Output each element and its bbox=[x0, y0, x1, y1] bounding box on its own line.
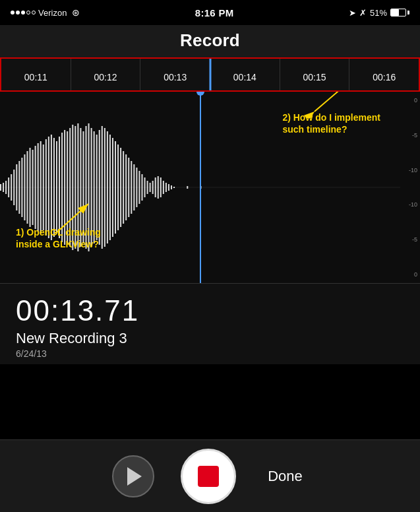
playhead-line bbox=[200, 92, 201, 283]
svg-rect-16 bbox=[38, 143, 39, 232]
svg-rect-64 bbox=[165, 183, 167, 192]
svg-rect-4 bbox=[5, 181, 7, 194]
timeline[interactable]: 00:11 00:12 00:13 00:14 00:15 00:16 bbox=[0, 57, 420, 92]
location-icon: ➤ bbox=[349, 8, 356, 18]
svg-rect-12 bbox=[26, 151, 28, 224]
play-icon bbox=[127, 467, 142, 486]
svg-rect-66 bbox=[171, 185, 172, 189]
svg-rect-60 bbox=[155, 177, 156, 197]
db-label-2: -10 bbox=[409, 167, 417, 174]
svg-rect-17 bbox=[40, 141, 42, 234]
svg-rect-61 bbox=[158, 176, 159, 199]
svg-rect-5 bbox=[8, 177, 9, 197]
timeline-tick-4: 00:14 bbox=[210, 59, 280, 90]
svg-rect-56 bbox=[144, 177, 146, 197]
info-area: 00:13.71 New Recording 3 6/24/13 bbox=[0, 284, 420, 364]
carrier-label: Verizon bbox=[38, 8, 67, 18]
signal-dot-1 bbox=[11, 11, 15, 15]
svg-line-73 bbox=[315, 92, 361, 112]
battery-icon bbox=[390, 9, 409, 16]
svg-rect-13 bbox=[30, 148, 31, 227]
svg-rect-40 bbox=[102, 126, 103, 249]
waveform-canvas: 1) OpenGL drawing inside a GLKView? 2) H… bbox=[0, 92, 400, 283]
play-button[interactable] bbox=[112, 455, 154, 497]
recording-name: New Recording 3 bbox=[16, 330, 404, 347]
svg-rect-44 bbox=[112, 138, 113, 237]
battery-percent: 51% bbox=[370, 8, 387, 18]
svg-rect-68 bbox=[187, 186, 188, 189]
battery-inner bbox=[391, 9, 399, 16]
svg-rect-46 bbox=[117, 144, 119, 230]
svg-rect-57 bbox=[147, 181, 148, 194]
db-label-4: -5 bbox=[412, 236, 417, 243]
record-stop-button[interactable] bbox=[181, 449, 236, 504]
waveform-area: 1) OpenGL drawing inside a GLKView? 2) H… bbox=[0, 92, 420, 283]
wifi-icon: ⊛ bbox=[72, 7, 80, 18]
svg-rect-45 bbox=[115, 141, 116, 234]
svg-rect-48 bbox=[123, 151, 124, 224]
svg-rect-11 bbox=[24, 154, 25, 220]
svg-rect-54 bbox=[138, 171, 140, 204]
svg-rect-63 bbox=[163, 181, 164, 194]
svg-rect-59 bbox=[152, 181, 154, 194]
timeline-tick-6: 00:16 bbox=[349, 59, 419, 90]
svg-rect-10 bbox=[21, 158, 22, 217]
svg-rect-3 bbox=[3, 183, 4, 192]
svg-rect-2 bbox=[0, 184, 1, 191]
timeline-playhead bbox=[209, 59, 211, 90]
timer-display: 00:13.71 bbox=[16, 294, 404, 327]
arrow-2-svg bbox=[301, 92, 367, 118]
page-title: Record bbox=[0, 30, 420, 51]
svg-rect-19 bbox=[45, 139, 47, 236]
svg-rect-7 bbox=[13, 170, 15, 205]
signal-dot-2 bbox=[16, 11, 20, 15]
done-button[interactable]: Done bbox=[262, 463, 308, 490]
svg-rect-41 bbox=[104, 128, 105, 247]
db-label-1: -5 bbox=[412, 132, 417, 139]
timeline-tick-5: 00:15 bbox=[280, 59, 350, 90]
db-scale: 0 -5 -10 -10 -5 0 bbox=[400, 92, 420, 283]
signal-dot-5 bbox=[32, 11, 36, 15]
annotation-1: 1) OpenGL drawing inside a GLKView? bbox=[16, 226, 101, 250]
svg-rect-49 bbox=[125, 154, 127, 220]
arrow-1-svg bbox=[49, 197, 102, 237]
svg-rect-51 bbox=[131, 161, 132, 214]
controls-area: Done bbox=[0, 439, 420, 512]
svg-rect-15 bbox=[35, 146, 36, 229]
signal-strength bbox=[11, 11, 36, 15]
svg-rect-8 bbox=[16, 164, 17, 210]
bluetooth-icon: ✗ bbox=[359, 8, 367, 18]
timeline-tick-2: 00:12 bbox=[71, 59, 141, 90]
svg-rect-18 bbox=[43, 144, 44, 230]
svg-rect-62 bbox=[160, 177, 162, 197]
svg-rect-42 bbox=[107, 131, 108, 243]
title-bar: Record bbox=[0, 25, 420, 57]
stop-icon bbox=[198, 466, 219, 487]
svg-rect-65 bbox=[168, 184, 169, 191]
signal-dot-3 bbox=[21, 11, 25, 15]
svg-rect-43 bbox=[109, 135, 111, 240]
status-left: Verizon ⊛ bbox=[11, 7, 80, 18]
svg-rect-58 bbox=[150, 183, 151, 192]
svg-rect-55 bbox=[141, 174, 142, 201]
db-label-5: 0 bbox=[414, 271, 417, 278]
battery-tip bbox=[407, 11, 409, 15]
svg-line-71 bbox=[55, 204, 88, 234]
battery-outer bbox=[390, 9, 406, 16]
timeline-tick-1: 00:11 bbox=[1, 59, 71, 90]
recording-date: 6/24/13 bbox=[16, 348, 404, 359]
svg-rect-67 bbox=[173, 187, 175, 188]
timeline-tick-3: 00:13 bbox=[140, 59, 210, 90]
annotation-2: 2) How do I implement such timeline? bbox=[282, 112, 380, 135]
time-display: 8:16 PM bbox=[195, 7, 234, 18]
db-label-0: 0 bbox=[414, 97, 417, 104]
db-label-3: -10 bbox=[409, 201, 417, 208]
svg-rect-9 bbox=[18, 161, 20, 214]
svg-rect-50 bbox=[128, 158, 129, 217]
svg-rect-47 bbox=[120, 148, 121, 227]
status-bar: Verizon ⊛ 8:16 PM ➤ ✗ 51% bbox=[0, 0, 420, 25]
svg-rect-14 bbox=[32, 150, 34, 225]
svg-rect-53 bbox=[136, 168, 137, 207]
svg-rect-52 bbox=[133, 164, 135, 210]
svg-rect-6 bbox=[11, 174, 12, 201]
